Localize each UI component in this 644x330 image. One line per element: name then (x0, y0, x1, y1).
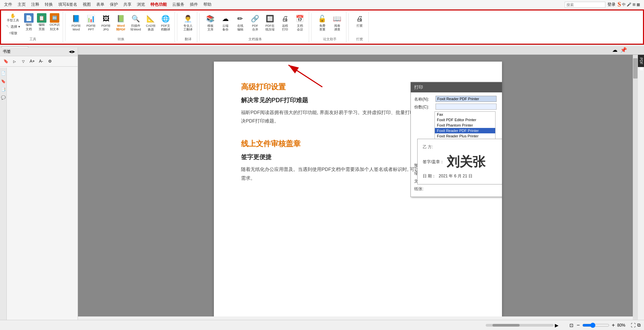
pdf-translate-label: PDF文档翻译 (161, 24, 170, 31)
printer-fax[interactable]: Fax (435, 112, 495, 117)
menu-cloud[interactable]: 云服务 (169, 0, 187, 9)
side-icon-3[interactable]: 📑 (1, 87, 6, 92)
pdf-to-word-btn[interactable]: 📘 PDF转Word (69, 13, 83, 32)
printer-foxit-phantom[interactable]: Foxit Phantom Printer (435, 123, 495, 128)
edit-doc-label: 编辑文档 (26, 23, 32, 31)
printer-foxit-plus[interactable]: Foxit Reader Plus Printer (435, 133, 495, 139)
ocr-icon: 🔤 (50, 13, 59, 23)
edit-doc-btn[interactable]: 📄 编辑文档 (23, 13, 35, 32)
section-signature: 线上文件审核盖章 签字更便捷 随着无纸化办公应用普及。当遇到使用PDF文档中需要… (241, 139, 475, 182)
edit-page-label: 编辑页面 (39, 23, 45, 31)
font-smaller-btn[interactable]: A- (37, 58, 45, 65)
select-btn[interactable]: ↖ 选择 ▾ (5, 24, 21, 30)
cloud-icon[interactable]: ☁ (612, 47, 618, 53)
menu-plugin[interactable]: 插件 (187, 0, 201, 9)
panel-next-btn[interactable]: ▶ (72, 49, 75, 54)
printer-foxit-editor[interactable]: Foxit PDF Editor Printer (435, 117, 495, 123)
menu-file[interactable]: 文件 (1, 0, 15, 9)
plagiarism-btn[interactable]: 🔓 免费查重 (316, 13, 329, 32)
pdf-compress-btn[interactable]: 🔲 PDF在线压缩 (263, 13, 277, 32)
h-scroll-area: ▶ (486, 323, 559, 328)
h-scrollbar-thumb[interactable] (492, 324, 520, 327)
side-icon-2[interactable]: 🔖 (1, 79, 6, 84)
left-panel-toolbar: 🔖 ▷ ▽ A+ A- ⚙ (0, 56, 78, 67)
left-panel-header: 书签 ◀ ▶ (0, 47, 78, 56)
menu-special[interactable]: 特色功能 (148, 0, 169, 9)
cloud-backup-icon: ☁ (220, 13, 231, 24)
bookmark-collapse-btn[interactable]: ▽ (20, 58, 27, 65)
survey-btn[interactable]: 📖 阅卷调查 (330, 13, 344, 32)
zoom-mode-btn[interactable]: ⧉ (637, 322, 641, 328)
pin-icon[interactable]: 📌 (620, 47, 627, 53)
ribbon-group-translate: 👨‍💼 专业人工翻译 翻译 (179, 12, 197, 42)
menu-form[interactable]: 表单 (94, 0, 107, 9)
search-input[interactable] (565, 2, 605, 8)
zoom-in-btn[interactable]: ↑缩放 (5, 30, 21, 36)
side-icon-4[interactable]: 💬 (1, 95, 6, 100)
survey-label: 阅卷调查 (334, 24, 340, 31)
pdf-to-jpg-icon: 🖼 (101, 13, 112, 24)
hand-tool-label: 手型工具 (7, 18, 19, 23)
online-edit-icon: ✏ (235, 13, 246, 24)
edit-doc-icon: 📄 (24, 13, 34, 23)
bookmark-icon-btn[interactable]: 🔖 (2, 58, 9, 65)
pdf-editor-label[interactable]: PDF编辑器 (638, 55, 644, 67)
print-name-label: 名称(N): (414, 96, 433, 102)
divider-2 (177, 13, 177, 41)
menu-home[interactable]: 主页 (15, 0, 28, 9)
menu-help[interactable]: 帮助 (201, 0, 214, 9)
date-label: 日 期： (423, 173, 436, 179)
menu-share[interactable]: 共享 (121, 0, 134, 9)
word-to-pdf-icon: 📗 (116, 13, 126, 24)
pdf-translate-btn[interactable]: 🌐 PDF文档翻译 (159, 13, 173, 32)
zoom-slider[interactable] (582, 323, 609, 328)
pdf-merge-btn[interactable]: 🔗 PDF合并 (248, 13, 262, 32)
zoom-control: ⊡ − + 80% ⛶ ⧉ (569, 322, 641, 329)
h-scrollbar[interactable] (486, 324, 554, 327)
menu-comment[interactable]: 注释 (28, 0, 42, 9)
cloud-backup-btn[interactable]: ☁ 云端备份 (219, 13, 232, 32)
word-to-pdf-btn[interactable]: 📗 Word转PDF (114, 13, 128, 32)
scroll-right-btn[interactable]: ▶ (555, 323, 559, 328)
scan-to-word-btn[interactable]: 🔍 扫描件转Word (129, 13, 143, 32)
hand-tool-btn[interactable]: ✋ 手型工具 (5, 13, 21, 23)
menu-browse[interactable]: 浏览 (134, 0, 148, 9)
ribbon-toolbar: ✋ 手型工具 ↖ 选择 ▾ ↑缩放 📄 (0, 9, 644, 45)
print-name-input[interactable] (436, 96, 497, 102)
pro-translate-btn[interactable]: 👨‍💼 专业人工翻译 (181, 13, 195, 32)
edit-page-btn[interactable]: 📋 编辑页面 (36, 13, 47, 32)
menu-view[interactable]: 视图 (80, 0, 94, 9)
bookmark-expand-btn[interactable]: ▷ (11, 58, 18, 65)
menu-convert[interactable]: 转换 (42, 0, 56, 9)
menu-fillsign[interactable]: 填写&签名 (56, 0, 80, 9)
zoom-plus-btn[interactable]: + (611, 322, 616, 329)
template-lib-btn[interactable]: 📚 模板文库 (204, 13, 217, 32)
template-lib-label: 模板文库 (207, 24, 214, 31)
ocr-btn[interactable]: 🔤 OCR识别文本 (49, 13, 61, 32)
panel-settings-btn[interactable]: ⚙ (46, 58, 54, 65)
print-btn[interactable]: 🖨 打窝 (353, 13, 366, 28)
online-edit-btn[interactable]: ✏ 在线编辑 (234, 13, 247, 32)
font-bigger-btn[interactable]: A+ (28, 58, 36, 65)
doc-meeting-btn[interactable]: 📅 文档会议 (293, 13, 307, 32)
scrollbar-thumb[interactable] (633, 58, 638, 79)
printer-foxit-reader[interactable]: Foxit Reader PDF Printer (435, 128, 495, 133)
print-items: 🖨 打窝 (353, 13, 366, 36)
pdf-compress-label: PDF在线压缩 (265, 24, 275, 31)
zoom-minus-btn[interactable]: − (576, 322, 580, 329)
fullscreen-btn[interactable]: ⛶ (631, 323, 636, 328)
login-button[interactable]: 登录 (607, 2, 616, 7)
remote-print-btn[interactable]: 🖨 远程打印 (278, 13, 292, 32)
print-copies-input[interactable] (436, 104, 497, 110)
fit-page-btn[interactable]: ⊡ (569, 322, 574, 329)
vertical-scrollbar[interactable] (633, 55, 638, 320)
menu-protect[interactable]: 保护 (107, 0, 121, 9)
pdf-to-ppt-btn[interactable]: 📊 PDF转PPT (84, 13, 98, 32)
pdf-to-jpg-btn[interactable]: 🖼 PDF转JPG (99, 13, 113, 32)
side-icon-1[interactable]: 📄 (1, 70, 6, 76)
extra-icon: ▦ (637, 2, 640, 7)
cad-convert-btn[interactable]: 📐 CAD转换器 (144, 13, 158, 32)
panel-prev-btn[interactable]: ◀ (69, 49, 72, 54)
page-canvas: 高级打印设置 解决常见的PDF打印难题 福昕PDF阅读器拥有强大的打印功能, 界… (214, 62, 502, 316)
paper-items: 🔓 免费查重 📖 阅卷调查 (316, 13, 344, 36)
